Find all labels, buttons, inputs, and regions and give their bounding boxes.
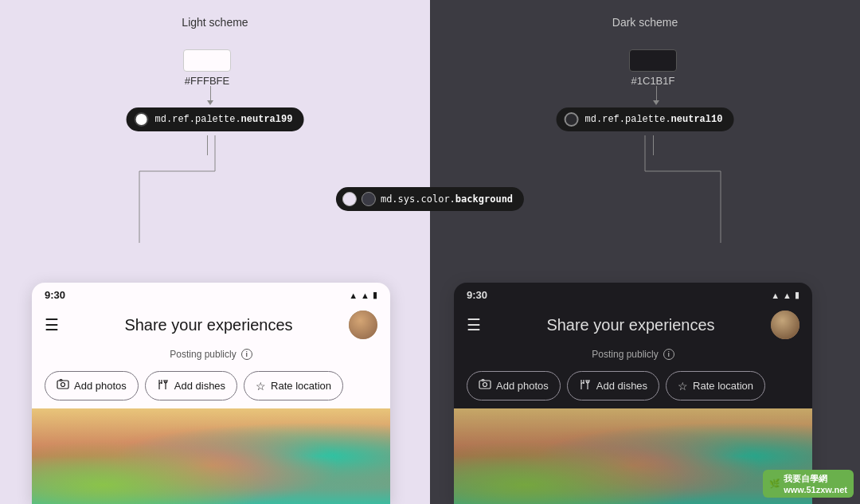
dark-photos-icon (479, 378, 491, 393)
svg-rect-3 (57, 381, 68, 389)
dark-app-bar: ☰ Share your experiences (454, 304, 812, 346)
dark-palette-code: md.ref.palette.neutral10 (585, 114, 723, 125)
dark-chip-rate[interactable]: ☆ Rate location (666, 371, 765, 400)
svg-point-13 (483, 383, 487, 387)
light-status-icons: ▲ ▲ ▮ (349, 290, 377, 300)
light-food-image (32, 408, 390, 504)
dark-food-image (454, 408, 812, 504)
phone-dark: 9:30 ▲ ▲ ▮ ☰ Share your experiences Post… (454, 283, 812, 504)
light-photos-label: Add photos (74, 380, 127, 392)
dark-time: 9:30 (467, 289, 487, 301)
light-photos-icon (57, 378, 69, 393)
light-palette-pill: md.ref.palette.neutral99 (127, 107, 304, 131)
dark-palette-circle (565, 112, 579, 127)
light-time: 9:30 (45, 289, 65, 301)
light-arrow-1 (207, 86, 213, 105)
watermark-text: 我要自學網www.51zxw.net (784, 473, 847, 494)
dark-avatar (771, 311, 799, 339)
watermark: 🌿 我要自學網www.51zxw.net (763, 470, 854, 498)
dark-scheme-label: Dark scheme (612, 16, 678, 29)
wifi-icon: ▲ (349, 291, 358, 300)
dark-wifi-icon: ▲ (771, 291, 780, 300)
light-chips-row: Add photos Add dishes ☆ Rate location (32, 363, 390, 408)
light-info-icon: i (241, 349, 252, 360)
light-dishes-icon (157, 378, 170, 393)
watermark-box: 🌿 我要自學網www.51zxw.net (763, 470, 854, 498)
signal-icon: ▲ (361, 291, 369, 300)
light-rate-icon: ☆ (256, 380, 266, 393)
dark-rate-icon: ☆ (678, 380, 688, 393)
dark-avatar-img (771, 311, 799, 339)
light-color-swatch-container: #FFFBFE (183, 49, 231, 87)
dark-app-title: Share your experiences (491, 316, 771, 334)
light-chip-dishes[interactable]: Add dishes (145, 371, 237, 400)
light-arrow-2 (207, 135, 208, 155)
dark-palette-pill: md.ref.palette.neutral10 (557, 107, 734, 131)
dark-photos-label: Add photos (496, 380, 549, 392)
dark-food-image-content (454, 408, 812, 504)
dark-arrow-2 (653, 135, 654, 155)
dark-dishes-label: Add dishes (596, 380, 647, 392)
svg-point-4 (61, 383, 65, 387)
dark-posting-label: Posting publicly (592, 349, 658, 360)
dark-battery-icon: ▮ (795, 290, 799, 300)
dark-color-hex: #1C1B1F (631, 75, 675, 87)
svg-rect-12 (479, 381, 491, 389)
dark-color-swatch-container: #1C1B1F (629, 49, 677, 87)
light-posting-label: Posting publicly (170, 349, 236, 360)
dark-signal-icon: ▲ (783, 291, 792, 300)
light-color-hex: #FFFBFE (185, 75, 229, 87)
light-avatar-img (349, 311, 377, 339)
light-connector-lines (0, 0, 430, 287)
sys-color-code: md.sys.color.background (381, 193, 513, 205)
light-food-image-content (32, 408, 390, 504)
light-posting-row: Posting publicly i (32, 346, 390, 363)
dark-info-icon: i (663, 349, 674, 360)
dark-dishes-icon (579, 378, 592, 393)
light-menu-icon[interactable]: ☰ (45, 315, 59, 334)
sys-color-pill: md.sys.color.background (336, 187, 524, 211)
light-avatar (349, 311, 377, 339)
light-dishes-label: Add dishes (174, 380, 225, 392)
dark-status-icons: ▲ ▲ ▮ (771, 290, 799, 300)
light-app-bar: ☰ Share your experiences (32, 304, 390, 346)
dark-menu-icon[interactable]: ☰ (467, 315, 481, 334)
dark-connector-lines (430, 0, 860, 287)
light-color-swatch (183, 49, 231, 72)
dark-status-bar: 9:30 ▲ ▲ ▮ (454, 283, 812, 304)
dark-rate-label: Rate location (693, 380, 753, 392)
light-status-bar: 9:30 ▲ ▲ ▮ (32, 283, 390, 304)
light-palette-code: md.ref.palette.neutral99 (155, 114, 293, 125)
phone-light: 9:30 ▲ ▲ ▮ ☰ Share your experiences Post… (32, 283, 390, 504)
light-palette-circle (135, 112, 149, 127)
dark-posting-row: Posting publicly i (454, 346, 812, 363)
light-app-title: Share your experiences (68, 316, 349, 334)
left-panel: Light scheme #FFFBFE md.ref.palette.neut… (0, 0, 430, 504)
light-chip-photos[interactable]: Add photos (45, 371, 139, 400)
watermark-icon: 🌿 (769, 479, 780, 489)
right-panel: Dark scheme #1C1B1F md.ref.palette.neutr… (430, 0, 860, 504)
light-rate-label: Rate location (271, 380, 331, 392)
dark-chip-dishes[interactable]: Add dishes (567, 371, 659, 400)
dark-arrow-1 (653, 86, 659, 105)
light-chip-rate[interactable]: ☆ Rate location (244, 371, 343, 400)
light-scheme-label: Light scheme (182, 16, 248, 29)
sys-circle-light (342, 192, 357, 206)
sys-circle-dark (362, 192, 376, 206)
battery-icon: ▮ (373, 290, 377, 300)
dark-color-swatch (629, 49, 677, 72)
dark-chip-photos[interactable]: Add photos (467, 371, 561, 400)
dark-chips-row: Add photos Add dishes ☆ Rate location (454, 363, 812, 408)
